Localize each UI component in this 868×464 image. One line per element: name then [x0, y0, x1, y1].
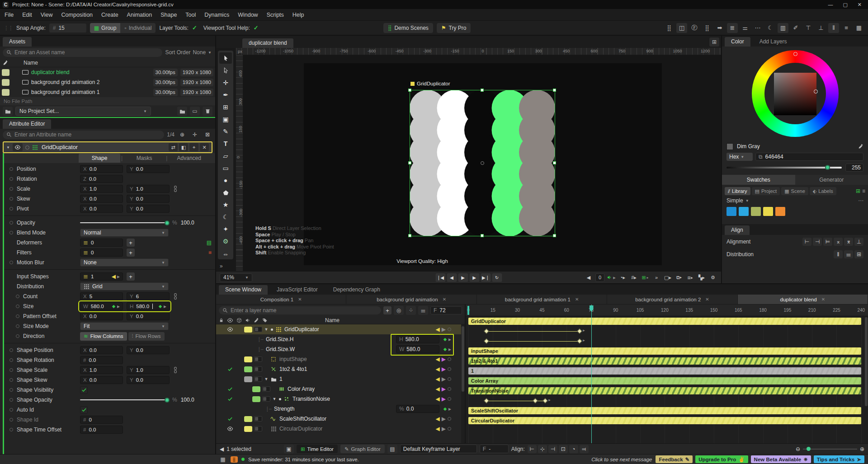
- menu-help[interactable]: Help: [292, 12, 304, 18]
- distribute-v-icon[interactable]: ⚌: [844, 250, 853, 258]
- library-tab-project[interactable]: ▤Project: [752, 187, 780, 195]
- onion-skin-icon[interactable]: ◎: [394, 306, 404, 315]
- in-marker-icon[interactable]: ◀: [436, 386, 440, 392]
- split-view-icon[interactable]: ◧: [179, 143, 188, 151]
- keyframe-next-icon[interactable]: ▸: [164, 303, 166, 309]
- solo-ring-icon[interactable]: [448, 397, 451, 401]
- attr-field[interactable]: X0.0: [80, 312, 123, 320]
- keyframe-circle-icon[interactable]: [16, 295, 19, 298]
- connect-icon[interactable]: ⇔: [219, 248, 232, 259]
- next-keyframe-icon[interactable]: ▸: [448, 346, 451, 352]
- speaker-icon[interactable]: [245, 318, 250, 323]
- clear-search-icon[interactable]: ⊠: [203, 130, 212, 139]
- color-swatch[interactable]: [751, 207, 761, 216]
- solo-ring-icon[interactable]: [448, 367, 451, 371]
- arc-tool-icon[interactable]: ☾: [219, 211, 232, 223]
- project-icon[interactable]: [3, 107, 13, 116]
- group-button[interactable]: ▦Group: [90, 23, 121, 33]
- tab-attribute-editor[interactable]: Attribute Editor: [3, 119, 51, 129]
- close-attribute-icon[interactable]: ✕: [200, 143, 209, 151]
- dropper-icon[interactable]: [254, 318, 259, 323]
- snap-angle-field[interactable]: # 15: [49, 23, 86, 33]
- menu-animation[interactable]: Animation: [127, 12, 152, 18]
- text-tool-icon[interactable]: T: [219, 138, 232, 149]
- eye-cell[interactable]: [226, 396, 234, 402]
- menu-scripts[interactable]: Scripts: [267, 12, 284, 18]
- align-edges-icon[interactable]: ⊤: [803, 23, 814, 33]
- expand-chevron-icon[interactable]: ▼: [263, 327, 269, 332]
- selection-handle[interactable]: [481, 234, 484, 237]
- layer-tag-swatch[interactable]: [244, 416, 252, 422]
- asset-row[interactable]: duplicator blend30.00fps1920 x 1080: [0, 67, 215, 77]
- viewport-tab-duplicator-blend[interactable]: duplicator blend: [242, 38, 293, 48]
- zoom-in-icon[interactable]: ⊕: [860, 446, 864, 452]
- keyframe-circle-icon[interactable]: [9, 368, 13, 372]
- timeline-bar[interactable]: TransitionNoise: [468, 387, 861, 394]
- badge-new-beta-available[interactable]: New Beta Available✷: [751, 455, 811, 463]
- pin-icon[interactable]: ⌖: [189, 143, 198, 151]
- card-icon[interactable]: ▥: [778, 23, 788, 33]
- layer-row-1[interactable]: ▼1◀▶: [216, 374, 465, 384]
- graph-check-icon[interactable]: [227, 386, 233, 392]
- layer-tag-swatch[interactable]: [244, 426, 252, 432]
- zoom-search-icon[interactable]: ⊕: [177, 130, 187, 139]
- tab-align[interactable]: Align: [725, 225, 750, 235]
- camera-toggle[interactable]: [254, 426, 262, 431]
- in-marker-icon[interactable]: ◀: [436, 326, 440, 333]
- attr-field[interactable]: X5: [80, 292, 123, 300]
- menu-window[interactable]: Window: [238, 12, 258, 18]
- ease-icon[interactable]: ◔: [569, 445, 578, 453]
- selection-handle[interactable]: [481, 89, 484, 92]
- timeline-ruler[interactable]: 0153045607590105120135150165180195210225…: [466, 305, 868, 316]
- attr-field[interactable]: Y1.0: [127, 185, 170, 193]
- comp-tab-duplicator-blend[interactable]: duplicator blend✕: [738, 295, 868, 304]
- tab-generator[interactable]: Generator: [795, 175, 868, 185]
- color-swatch[interactable]: [775, 207, 785, 216]
- alpha-value-field[interactable]: 255: [845, 164, 863, 172]
- panel-tab-dependency-graph[interactable]: Dependency Graph: [327, 285, 387, 295]
- badge-tips-and-tricks[interactable]: Tips and Tricks➤: [814, 455, 864, 463]
- attr-tab-advanced[interactable]: Advanced: [168, 154, 210, 163]
- distribute-h-icon[interactable]: ⫴: [834, 250, 843, 258]
- solo-ring-icon[interactable]: [448, 417, 451, 421]
- attr-field[interactable]: Y0.0: [127, 165, 170, 173]
- layer-row-transitionnoise[interactable]: ▼TransitionNoise◀▶: [216, 394, 465, 404]
- keyframe-diamond[interactable]: [577, 328, 582, 333]
- graph-check-icon[interactable]: [227, 416, 233, 422]
- align-center-h-icon[interactable]: ⊣: [813, 238, 822, 246]
- attr-field[interactable]: X0.0: [80, 205, 123, 213]
- camera-toggle[interactable]: [254, 376, 262, 382]
- keyframe-circle-icon[interactable]: [9, 231, 13, 234]
- keyframe-circle-icon[interactable]: [9, 418, 13, 422]
- keyframe-circle-icon[interactable]: [16, 305, 19, 308]
- perspective-icon[interactable]: ▱: [219, 150, 232, 162]
- library-tab-library[interactable]: ⫽Library: [725, 187, 750, 195]
- layer-tag-swatch[interactable]: [244, 366, 252, 372]
- eye-icon[interactable]: [227, 318, 233, 323]
- tab-swatches[interactable]: Swatches: [722, 175, 795, 185]
- layer-tag-swatch[interactable]: [244, 327, 252, 333]
- pivot-marker[interactable]: [481, 161, 484, 165]
- tag-icon[interactable]: [262, 318, 268, 323]
- align-top-icon[interactable]: ⌅: [834, 238, 843, 246]
- menu-shape[interactable]: Shape: [160, 12, 177, 18]
- layer-attr-field[interactable]: W580.0: [396, 345, 439, 353]
- menu-edit[interactable]: Edit: [22, 12, 32, 18]
- graph-check-icon[interactable]: [227, 396, 233, 402]
- sort-order-value[interactable]: None: [193, 49, 206, 56]
- rectangle-tool-icon[interactable]: ▭: [219, 163, 232, 174]
- mirror-icon[interactable]: ⫤: [580, 445, 589, 453]
- eye-cell[interactable]: [226, 327, 234, 332]
- timeline-bar[interactable]: GridDuplicator: [468, 318, 861, 325]
- next-keyframe-icon[interactable]: ▸: [448, 406, 451, 412]
- keyframe-circle-icon[interactable]: [9, 207, 13, 211]
- pen-icon[interactable]: ✒: [219, 89, 232, 100]
- outliner-scrollbar[interactable]: [461, 324, 465, 443]
- attr-field[interactable]: #0: [80, 416, 123, 424]
- connections-icon[interactable]: ⇄: [169, 143, 178, 151]
- in-marker-icon[interactable]: ◀: [436, 366, 440, 372]
- rows-icon[interactable]: ≡: [841, 23, 852, 33]
- viewport-tool-help-checkbox[interactable]: ✓: [254, 24, 259, 31]
- sparkle-tool-icon[interactable]: ✦: [219, 224, 232, 235]
- toolstrip-expand-icon[interactable]: »: [220, 263, 223, 269]
